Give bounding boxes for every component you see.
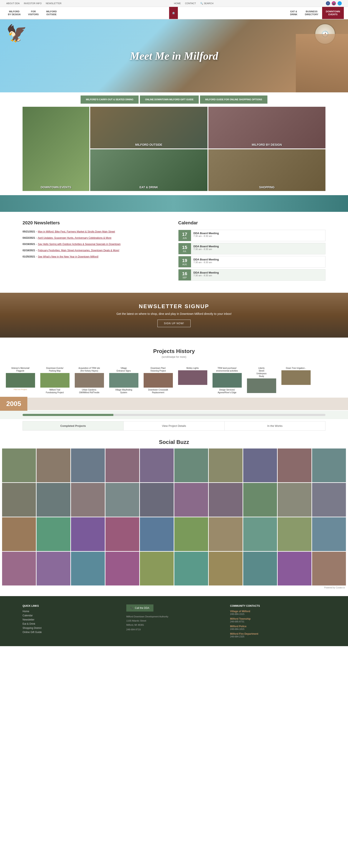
- social-item[interactable]: [174, 552, 208, 586]
- nav-milford-by-design[interactable]: MILFORD BY DESIGN: [4, 7, 24, 19]
- social-icons: f 📷 🐦: [326, 1, 342, 5]
- social-item[interactable]: [209, 483, 242, 517]
- social-item[interactable]: [174, 483, 208, 517]
- gift-guide-button[interactable]: ONLINE DOWNTOWN MILFORD GIFT GUIDE: [140, 95, 199, 104]
- calendar-event-2[interactable]: 15 JUL DDA Board Meeting 7:30 am - 8:30 …: [178, 243, 326, 254]
- photo-eat-drink[interactable]: EAT & DRINK: [90, 149, 207, 191]
- social-item[interactable]: [2, 483, 36, 517]
- calendar-event-4[interactable]: 16 SEP DDA Board Meeting 7:30 am - 8:30 …: [178, 269, 326, 281]
- social-item[interactable]: [140, 552, 174, 586]
- project-name-urban: Urban Gardens:GM/Milford Rd/Trestle: [79, 389, 99, 394]
- newsletter-signup-section: NEWSLETTER SIGNUP Get the latest on wher…: [0, 293, 348, 338]
- social-item[interactable]: [2, 552, 36, 586]
- call-dda-button[interactable]: 📞 Call the DDA: [126, 604, 153, 612]
- call-dda-label: Call the DDA: [135, 607, 149, 610]
- about-dda-link[interactable]: ABOUT DDA: [6, 2, 20, 5]
- nav-business-directory[interactable]: BUSINESS DIRECTORY: [301, 7, 322, 19]
- footer-link-home[interactable]: Home: [23, 610, 118, 613]
- social-item[interactable]: [278, 517, 312, 551]
- calendar-column: Calendar 17 JUN DDA Board Meeting 7:30 a…: [178, 220, 326, 282]
- search-area[interactable]: 🔍 SEARCH: [200, 2, 213, 5]
- social-item[interactable]: [243, 448, 277, 482]
- investor-info-link[interactable]: INVESTOR INFO: [24, 2, 41, 5]
- view-project-details-button[interactable]: View Project Details: [123, 422, 225, 430]
- photo-milford-by-design[interactable]: MILFORD BY DESIGN: [208, 107, 326, 149]
- newsletter-link-4[interactable]: February Festivities: Main Street Annive…: [38, 249, 119, 252]
- completed-projects-button[interactable]: Completed Projects: [23, 422, 123, 430]
- social-item[interactable]: [140, 448, 174, 482]
- project-thumbnail: [178, 370, 207, 385]
- newsletter-dash-5: –: [36, 255, 38, 258]
- social-item[interactable]: [2, 517, 36, 551]
- footer-link-gift-guide[interactable]: Online Gift Guide: [23, 631, 118, 633]
- projects-section: Projects History (scroll/swipe for more)…: [0, 342, 348, 433]
- footer-link-eat-drink[interactable]: Eat & Drink: [23, 622, 118, 625]
- contact-link[interactable]: CONTACT: [185, 2, 196, 5]
- social-item[interactable]: [209, 552, 242, 586]
- carryout-dining-button[interactable]: MILFORD'S CARRY-OUT & SEATED DINING: [81, 95, 139, 104]
- facebook-icon[interactable]: f: [326, 1, 330, 5]
- social-item[interactable]: [312, 552, 346, 586]
- home-link[interactable]: HOME: [174, 2, 181, 5]
- footer-link-calendar[interactable]: Calendar: [23, 614, 118, 617]
- social-item[interactable]: [36, 483, 70, 517]
- social-item[interactable]: [36, 448, 70, 482]
- nav-logo[interactable]: 🏛️: [169, 7, 178, 19]
- social-item[interactable]: [140, 483, 174, 517]
- social-item[interactable]: [174, 448, 208, 482]
- social-item[interactable]: [36, 517, 70, 551]
- newsletter-link-5[interactable]: See What's New in the New Year in Downto…: [38, 255, 98, 258]
- newsletter-link-3[interactable]: Say Hello Spring with Outdoor Activities…: [38, 243, 120, 246]
- social-item[interactable]: [71, 517, 105, 551]
- newsletter-link-1[interactable]: May in Milford: Bike Fest, Farmers Marke…: [38, 230, 115, 233]
- newsletter-link[interactable]: NEWSLETTER: [46, 2, 61, 5]
- photo-downtown-events[interactable]: DOWNTOWN EVENTS: [23, 107, 89, 191]
- social-item[interactable]: [312, 448, 346, 482]
- social-item[interactable]: [106, 552, 139, 586]
- search-label[interactable]: SEARCH: [204, 2, 213, 5]
- social-item[interactable]: [243, 552, 277, 586]
- footer-phone: 248-684-9719: [126, 628, 222, 631]
- footer-link-newsletter[interactable]: Newsletter: [23, 618, 118, 621]
- nav-downtown-events[interactable]: DOWNTOWN EVENTS: [322, 7, 344, 19]
- signup-button[interactable]: SIGN UP NOW!: [157, 320, 191, 327]
- social-item[interactable]: [140, 517, 174, 551]
- nav-milford-outside[interactable]: MILFORD OUTSIDE: [42, 7, 60, 19]
- social-item[interactable]: [71, 483, 105, 517]
- calendar-event-3[interactable]: 19 AUG DDA Board Meeting 7:30 am - 8:30 …: [178, 256, 326, 268]
- photo-shopping[interactable]: SHOPPING: [208, 149, 326, 191]
- social-item[interactable]: [243, 517, 277, 551]
- social-item[interactable]: [106, 517, 139, 551]
- social-item[interactable]: [174, 517, 208, 551]
- calendar-event-1[interactable]: 17 JUN DDA Board Meeting 7:30 am - 8:30 …: [178, 230, 326, 241]
- social-item[interactable]: [209, 448, 242, 482]
- footer-link-shopping[interactable]: Shopping District: [23, 626, 118, 629]
- event-day-4: 16: [182, 271, 187, 277]
- newsletter-link-2[interactable]: April Updates: Scavenger Hunts, Annivers…: [38, 237, 112, 239]
- social-item[interactable]: [36, 552, 70, 586]
- project-liberty-street: LibertyStreetUnderpassStudy: [245, 367, 278, 394]
- social-item[interactable]: [278, 448, 312, 482]
- nav-eat-drink[interactable]: EAT & DRINK: [286, 7, 301, 19]
- timeline-wrapper[interactable]: Veteran's Memorial/Flagpole Flat Iron Pr…: [0, 363, 348, 397]
- social-item[interactable]: [71, 552, 105, 586]
- social-item[interactable]: [312, 483, 346, 517]
- twitter-icon[interactable]: 🐦: [338, 1, 342, 5]
- social-item[interactable]: [278, 552, 312, 586]
- social-item[interactable]: [243, 483, 277, 517]
- social-item[interactable]: [2, 448, 36, 482]
- social-item[interactable]: [71, 448, 105, 482]
- social-item[interactable]: [106, 448, 139, 482]
- social-item[interactable]: [106, 483, 139, 517]
- project-name: Motley Lights: [186, 367, 199, 369]
- social-item[interactable]: [312, 517, 346, 551]
- nav-for-visitors[interactable]: FOR VISITORS: [24, 7, 42, 19]
- shopping-options-button[interactable]: MILFORD GUIDE FOR ONLINE SHOPPING OPTION…: [200, 95, 267, 104]
- project-down-tree: Down Tree Irrigation -: [280, 367, 312, 386]
- social-item[interactable]: [278, 483, 312, 517]
- photo-milford-outside[interactable]: MILFORD OUTSIDE: [90, 107, 207, 149]
- in-the-works-button[interactable]: In the Works: [225, 422, 325, 430]
- event-day-2: 15: [182, 245, 187, 250]
- social-item[interactable]: [209, 517, 242, 551]
- instagram-icon[interactable]: 📷: [332, 1, 336, 5]
